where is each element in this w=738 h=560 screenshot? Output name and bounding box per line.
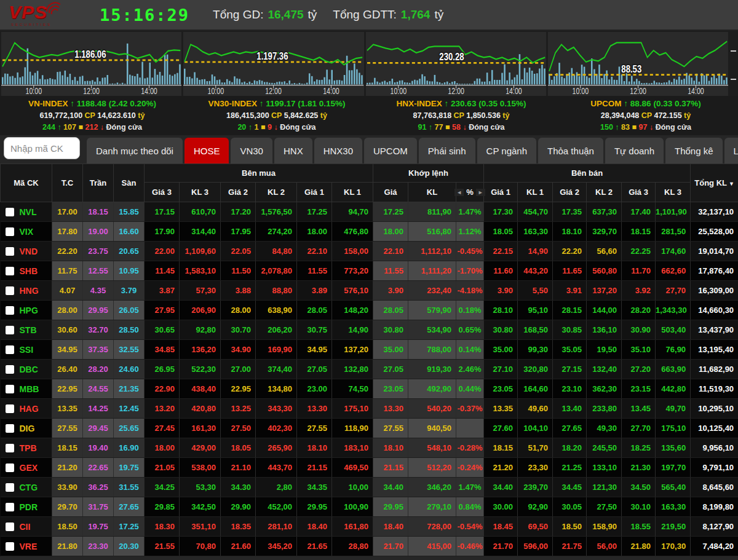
sell-price-cell[interactable]: 22.20	[553, 242, 587, 261]
buy-volume-cell[interactable]: 118,90	[332, 419, 373, 438]
row-checkbox[interactable]	[6, 286, 14, 295]
sell-volume-cell[interactable]: 5,50	[518, 281, 553, 301]
buy-volume-cell[interactable]: 265,90	[256, 438, 297, 458]
ticker-symbol[interactable]: DBC	[20, 365, 38, 374]
buy-volume-cell[interactable]: 469,50	[332, 458, 373, 478]
buy-volume-cell[interactable]: 92,80	[180, 320, 221, 340]
row-checkbox[interactable]	[6, 404, 14, 413]
match-price-cell[interactable]: 27.05	[373, 360, 408, 379]
buy-price-cell[interactable]: 17.15	[145, 202, 180, 222]
sell-price-cell[interactable]: 28.10	[484, 301, 518, 320]
buy-price-cell[interactable]: 18.40	[297, 517, 332, 537]
buy-price-cell[interactable]: 27.45	[145, 419, 180, 438]
sell-price-cell[interactable]: 28.15	[553, 301, 587, 320]
buy-price-cell[interactable]: 3.87	[145, 281, 180, 301]
match-price-cell[interactable]: 17.25	[373, 202, 408, 222]
sell-price-cell[interactable]: 17.30	[484, 202, 518, 222]
ticker-symbol[interactable]: DIG	[20, 424, 35, 433]
sell-price-cell[interactable]: 22.25	[622, 242, 656, 261]
buy-volume-cell[interactable]: 1,576,50	[256, 202, 297, 222]
row-checkbox[interactable]	[6, 463, 14, 472]
match-price-cell[interactable]: 29.95	[373, 497, 408, 517]
sell-volume-cell[interactable]: 27,50	[587, 497, 622, 517]
sell-price-cell[interactable]: 27.65	[553, 419, 587, 438]
sell-volume-cell[interactable]: 19,50	[587, 340, 622, 360]
sell-volume-cell[interactable]: 27,70	[656, 281, 691, 301]
sell-price-cell[interactable]: 21.30	[622, 458, 656, 478]
sell-volume-cell[interactable]: 76,90	[656, 340, 691, 360]
buy-volume-cell[interactable]: 53,30	[180, 478, 221, 497]
row-checkbox[interactable]	[6, 345, 14, 354]
sell-volume-cell[interactable]: 443,20	[518, 261, 553, 281]
sell-price-cell[interactable]: 27.20	[622, 360, 656, 379]
buy-volume-cell[interactable]: 57,30	[180, 281, 221, 301]
sell-price-cell[interactable]: 13.40	[553, 399, 587, 419]
ticker-symbol[interactable]: HNG	[20, 286, 39, 296]
tab-vn30[interactable]: VN30	[231, 138, 272, 164]
buy-price-cell[interactable]: 27.55	[297, 419, 332, 438]
ticker-symbol[interactable]: GEX	[20, 463, 38, 473]
buy-volume-cell[interactable]: 134,80	[256, 379, 297, 399]
sell-price-cell[interactable]: 23.10	[553, 379, 587, 399]
index-summary[interactable]: HNX-INDEX ↑ 230.63 (0.35 0.15%) 87,763,8…	[369, 96, 554, 135]
sell-volume-cell[interactable]: 454,70	[518, 202, 553, 222]
ticker-symbol[interactable]: HAG	[20, 404, 39, 414]
tab-thống-kê[interactable]: Thống kê	[665, 138, 723, 164]
buy-volume-cell[interactable]: 175,10	[332, 399, 373, 419]
buy-price-cell[interactable]: 34.35	[297, 478, 332, 497]
buy-volume-cell[interactable]: 576,10	[332, 281, 373, 301]
buy-price-cell[interactable]: 11.45	[145, 261, 180, 281]
sell-volume-cell[interactable]: 158,90	[587, 517, 622, 537]
sell-volume-cell[interactable]: 320,80	[518, 360, 553, 379]
ticker-symbol[interactable]: VRE	[20, 542, 38, 551]
buy-price-cell[interactable]: 17.90	[145, 222, 180, 242]
buy-volume-cell[interactable]: 638,90	[256, 301, 297, 320]
match-price-cell[interactable]: 28.05	[373, 301, 408, 320]
sell-volume-cell[interactable]: 245,50	[587, 438, 622, 458]
buy-price-cell[interactable]: 30.75	[297, 320, 332, 340]
buy-volume-cell[interactable]: 100,90	[332, 497, 373, 517]
buy-price-cell[interactable]: 34.85	[145, 340, 180, 360]
ticker-symbol[interactable]: SSI	[20, 345, 34, 355]
match-price-cell[interactable]: 18.40	[373, 517, 408, 537]
buy-volume-cell[interactable]: 206,20	[256, 320, 297, 340]
buy-volume-cell[interactable]: 28,80	[332, 537, 373, 556]
sell-price-cell[interactable]: 35.00	[484, 340, 518, 360]
buy-volume-cell[interactable]: 351,10	[180, 517, 221, 537]
match-price-cell[interactable]: 23.05	[373, 379, 408, 399]
buy-volume-cell[interactable]: 342,50	[180, 497, 221, 517]
tab-hnx30[interactable]: HNX30	[314, 138, 362, 164]
buy-volume-cell[interactable]: 538,00	[180, 458, 221, 478]
buy-volume-cell[interactable]: 148,20	[332, 301, 373, 320]
ticker-symbol[interactable]: NVL	[20, 207, 37, 217]
buy-volume-cell[interactable]: 420,80	[180, 399, 221, 419]
sell-volume-cell[interactable]: 95,10	[518, 301, 553, 320]
sell-price-cell[interactable]: 27.70	[622, 419, 656, 438]
match-price-cell[interactable]: 3.90	[373, 281, 408, 301]
buy-volume-cell[interactable]: 161,30	[180, 419, 221, 438]
buy-volume-cell[interactable]: 158,00	[332, 242, 373, 261]
sell-volume-cell[interactable]: 133,10	[587, 458, 622, 478]
buy-volume-cell[interactable]: 70,80	[180, 537, 221, 556]
row-checkbox[interactable]	[6, 227, 14, 236]
buy-price-cell[interactable]: 23.00	[297, 379, 332, 399]
buy-volume-cell[interactable]: 522,30	[180, 360, 221, 379]
buy-volume-cell[interactable]: 136,20	[180, 340, 221, 360]
buy-volume-cell[interactable]: 314,40	[180, 222, 221, 242]
buy-price-cell[interactable]: 29.90	[221, 497, 256, 517]
sell-volume-cell[interactable]: 132,40	[587, 360, 622, 379]
buy-volume-cell[interactable]: 137,20	[332, 340, 373, 360]
buy-price-cell[interactable]: 22.05	[221, 242, 256, 261]
sell-volume-cell[interactable]: 329,70	[587, 222, 622, 242]
sell-price-cell[interactable]: 11.70	[622, 261, 656, 281]
buy-price-cell[interactable]: 21.65	[297, 537, 332, 556]
buy-volume-cell[interactable]: 2,80	[256, 478, 297, 497]
buy-price-cell[interactable]: 18.00	[297, 222, 332, 242]
buy-price-cell[interactable]: 30.70	[221, 320, 256, 340]
buy-price-cell[interactable]: 13.20	[145, 399, 180, 419]
sell-volume-cell[interactable]: 565,40	[656, 478, 691, 497]
sell-volume-cell[interactable]: 596,00	[518, 537, 553, 556]
sell-price-cell[interactable]: 13.45	[622, 399, 656, 419]
buy-price-cell[interactable]: 11.55	[297, 261, 332, 281]
buy-price-cell[interactable]: 17.95	[221, 222, 256, 242]
